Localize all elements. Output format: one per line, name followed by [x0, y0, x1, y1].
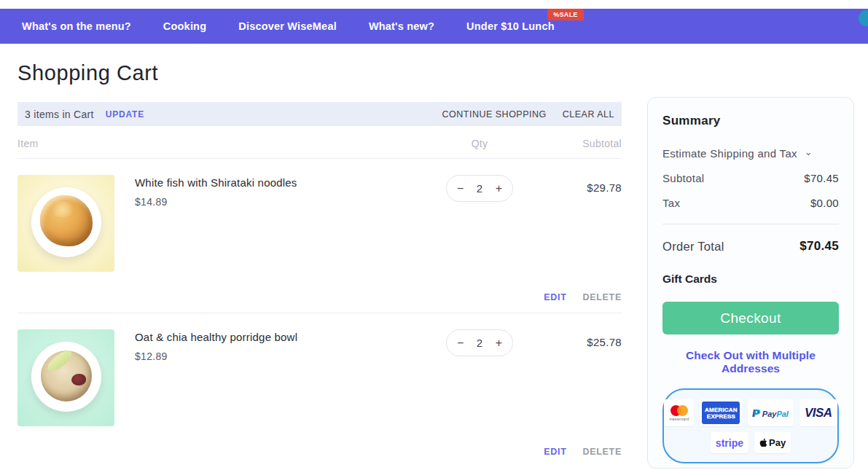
cart-column: Shopping Cart 3 items in Cart UPDATE CON… [17, 44, 622, 469]
porridge-graphic [41, 350, 92, 402]
mastercard-icon: mastercard [664, 399, 694, 426]
quantity-stepper[interactable]: − 2 + [446, 329, 513, 356]
plate-graphic [31, 342, 101, 412]
plate-graphic [31, 187, 101, 257]
header-item: Item [17, 138, 439, 149]
item-subtotal: $25.78 [520, 329, 622, 426]
cart-row-porridge-bowl: Oat & chia healthy porridge bowl $12.89 … [17, 313, 622, 467]
multi-address-checkout-link[interactable]: Check Out with Multiple Addresses [662, 349, 839, 375]
edit-item-button[interactable]: EDIT [544, 292, 566, 302]
nav-item-whats-on-the-menu[interactable]: What's on the menu? [22, 20, 131, 32]
delete-item-button[interactable]: DELETE [582, 292, 622, 302]
estimate-label: Estimate Shipping and Tax [662, 147, 797, 160]
paypal-icon: PPayPal [748, 399, 793, 426]
qty-increase-button[interactable]: + [496, 183, 502, 195]
header-qty: Qty [439, 138, 520, 149]
estimate-shipping-toggle[interactable]: Estimate Shipping and Tax ⌄ [662, 147, 839, 160]
apple-slice-graphic [44, 347, 74, 374]
gift-cards-section[interactable]: Gift Cards [662, 273, 839, 286]
edit-item-button[interactable]: EDIT [544, 447, 566, 457]
summary-divider [662, 224, 839, 224]
berry-graphic [71, 374, 86, 385]
qty-value[interactable]: 2 [477, 337, 482, 349]
item-unit-price: $14.89 [135, 196, 439, 208]
items-count-label: 3 items in Cart [25, 109, 94, 120]
summary-panel: Summary Estimate Shipping and Tax ⌄ Subt… [647, 97, 854, 469]
nav-item-cooking[interactable]: Cooking [163, 20, 206, 32]
subtotal-value: $70.45 [804, 172, 839, 184]
item-unit-price: $12.89 [135, 350, 439, 362]
page-content: Shopping Cart 3 items in Cart UPDATE CON… [0, 44, 868, 469]
cart-table-header: Item Qty Subtotal [17, 126, 622, 159]
product-image-noodles[interactable] [17, 175, 114, 272]
cart-row-white-fish: White fish with Shirataki noodles $14.89… [17, 159, 622, 313]
qty-increase-button[interactable]: + [496, 337, 502, 349]
qty-decrease-button[interactable]: − [457, 337, 464, 349]
order-total-value: $70.45 [799, 239, 839, 254]
product-image-porridge[interactable] [17, 329, 114, 426]
qty-decrease-button[interactable]: − [457, 183, 464, 195]
visa-icon: VISA [799, 399, 837, 426]
apple-logo-icon [759, 438, 767, 447]
nav-item-whats-new[interactable]: What's new? [369, 20, 434, 32]
delete-item-button[interactable]: DELETE [582, 447, 622, 457]
noodles-graphic [40, 195, 93, 246]
tax-row: Tax $0.00 [662, 197, 839, 209]
corner-widget-icon[interactable] [859, 10, 868, 26]
qty-value[interactable]: 2 [477, 182, 482, 195]
clear-all-button[interactable]: CLEAR ALL [563, 109, 614, 120]
american-express-icon: AMERICAN EXPRESS [700, 399, 742, 426]
checkout-button[interactable]: Checkout [662, 302, 839, 334]
payment-methods-container: mastercard AMERICAN EXPRESS PPayPal VISA [662, 388, 839, 463]
stripe-icon: stripe [711, 432, 748, 453]
nav-item-discover-wisemeal[interactable]: Discover WiseMeal [238, 20, 337, 32]
subtotal-label: Subtotal [662, 172, 704, 184]
continue-shopping-button[interactable]: CONTINUE SHOPPING [442, 109, 547, 120]
nav-item-label: Under $10 Lunch [466, 20, 555, 32]
nav-item-under-10-lunch[interactable]: Under $10 Lunch %SALE [466, 20, 555, 32]
tax-value: $0.00 [810, 197, 839, 209]
main-navbar: What's on the menu? Cooking Discover Wis… [0, 9, 868, 44]
item-name[interactable]: Oat & chia healthy porridge bowl [135, 331, 439, 343]
update-cart-button[interactable]: UPDATE [106, 109, 144, 120]
apple-pay-icon: Pay [754, 432, 791, 453]
quantity-stepper[interactable]: − 2 + [446, 175, 513, 202]
sale-badge: %SALE [547, 9, 584, 20]
top-white-strip [0, 0, 868, 9]
tax-label: Tax [662, 197, 680, 209]
header-subtotal: Subtotal [520, 138, 622, 149]
chevron-down-icon: ⌄ [805, 150, 813, 155]
order-total-row: Order Total $70.45 [662, 239, 839, 254]
subtotal-row: Subtotal $70.45 [662, 172, 839, 184]
order-total-label: Order Total [662, 240, 724, 254]
summary-title: Summary [662, 114, 839, 128]
item-name[interactable]: White fish with Shirataki noodles [135, 176, 439, 189]
cart-toolbar: 3 items in Cart UPDATE CONTINUE SHOPPING… [17, 102, 622, 126]
page-title: Shopping Cart [17, 61, 622, 85]
item-subtotal: $29.78 [520, 175, 622, 272]
